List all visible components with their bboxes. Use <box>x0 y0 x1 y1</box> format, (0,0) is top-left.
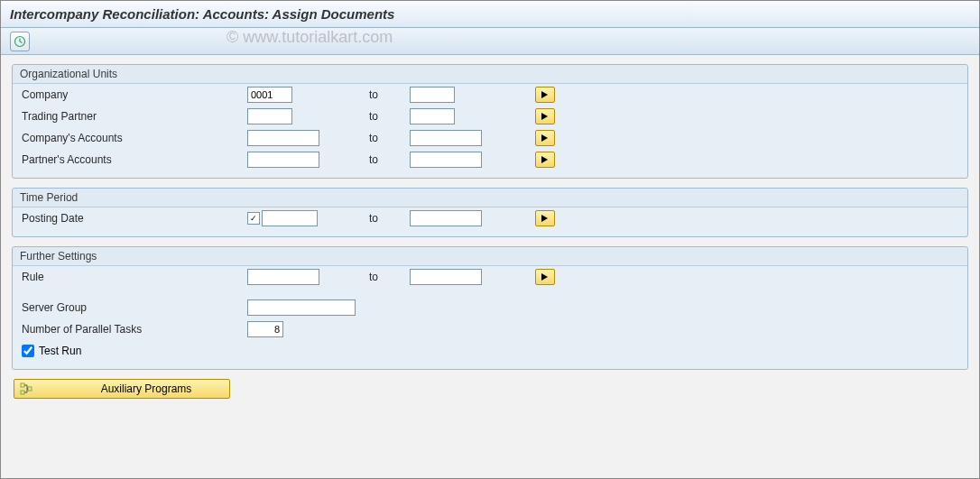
company-from-input[interactable] <box>247 87 292 103</box>
row-company: Company to <box>13 84 967 106</box>
label-rule: Rule <box>22 271 247 283</box>
clock-icon <box>14 35 26 48</box>
label-server-group: Server Group <box>22 301 247 314</box>
parallel-tasks-input[interactable] <box>247 321 283 337</box>
rule-multiselect-button[interactable] <box>535 269 555 285</box>
group-title-time: Time Period <box>13 189 967 207</box>
page-title: Intercompany Reconciliation: Accounts: A… <box>1 1 979 28</box>
label-trading-partner: Trading Partner <box>22 110 247 123</box>
trading-from-input[interactable] <box>247 108 292 124</box>
posting-from-input[interactable] <box>262 210 318 226</box>
row-company-accounts: Company's Accounts to <box>13 127 967 149</box>
posting-to-input[interactable] <box>410 210 482 226</box>
tree-icon <box>20 382 32 395</box>
arrow-right-icon <box>541 272 550 281</box>
trading-multiselect-button[interactable] <box>535 108 555 124</box>
group-further-settings: Further Settings Rule to Server Group Nu… <box>12 246 968 370</box>
rule-from-input[interactable] <box>247 269 319 285</box>
row-trading-partner: Trading Partner to <box>13 106 967 127</box>
partacc-from-input[interactable] <box>247 152 319 168</box>
compacc-multiselect-button[interactable] <box>535 130 555 146</box>
label-company-accounts: Company's Accounts <box>22 132 247 144</box>
group-title-org: Organizational Units <box>13 65 967 84</box>
row-rule: Rule to <box>13 266 967 288</box>
to-label: to <box>369 132 410 144</box>
label-test-run: Test Run <box>39 345 81 357</box>
execute-button[interactable] <box>10 32 30 51</box>
app-toolbar <box>1 28 979 55</box>
company-multiselect-button[interactable] <box>535 87 555 103</box>
posting-multiselect-button[interactable] <box>535 210 555 226</box>
svg-rect-2 <box>21 391 24 394</box>
test-run-checkbox-wrap[interactable]: Test Run <box>22 345 81 357</box>
arrow-right-icon <box>541 155 550 164</box>
server-group-input[interactable] <box>247 299 356 316</box>
auxiliary-programs-label: Auxiliary Programs <box>69 382 224 395</box>
calendar-icon[interactable]: ✓ <box>247 212 260 225</box>
label-posting-date: Posting Date <box>22 212 247 225</box>
row-partner-accounts: Partner's Accounts to <box>13 149 967 170</box>
row-test-run: Test Run <box>13 340 967 362</box>
label-company: Company <box>22 88 247 101</box>
group-organizational-units: Organizational Units Company to Trading … <box>12 64 968 179</box>
compacc-from-input[interactable] <box>247 130 319 146</box>
partacc-to-input[interactable] <box>410 152 482 168</box>
label-partner-accounts: Partner's Accounts <box>22 153 247 166</box>
to-label: to <box>369 212 410 225</box>
arrow-right-icon <box>541 134 550 143</box>
partacc-multiselect-button[interactable] <box>535 152 555 168</box>
to-label: to <box>369 88 410 101</box>
content-area: Organizational Units Company to Trading … <box>1 55 979 410</box>
arrow-right-icon <box>541 112 550 121</box>
to-label: to <box>369 153 410 166</box>
auxiliary-programs-button[interactable]: Auxiliary Programs <box>14 379 230 399</box>
trading-to-input[interactable] <box>410 108 455 124</box>
to-label: to <box>369 271 410 283</box>
row-parallel-tasks: Number of Parallel Tasks <box>13 318 967 340</box>
group-title-further: Further Settings <box>13 247 967 266</box>
to-label: to <box>369 110 410 123</box>
row-posting-date: Posting Date ✓ to <box>13 207 967 229</box>
rule-to-input[interactable] <box>410 269 482 285</box>
company-to-input[interactable] <box>410 87 455 103</box>
group-time-period: Time Period Posting Date ✓ to <box>12 188 968 237</box>
compacc-to-input[interactable] <box>410 130 482 146</box>
label-parallel-tasks: Number of Parallel Tasks <box>22 323 247 336</box>
arrow-right-icon <box>541 90 550 99</box>
arrow-right-icon <box>541 214 550 223</box>
test-run-checkbox[interactable] <box>22 345 34 357</box>
row-server-group: Server Group <box>13 297 967 318</box>
svg-rect-1 <box>21 383 24 387</box>
svg-rect-3 <box>28 387 32 391</box>
